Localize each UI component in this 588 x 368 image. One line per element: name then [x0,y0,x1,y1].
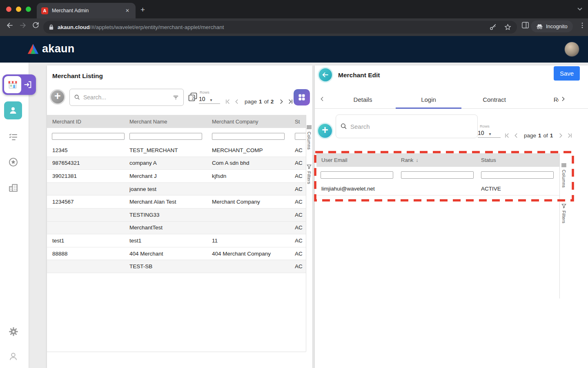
maximize-window-button[interactable] [26,7,31,12]
page-current: 1 [538,132,541,139]
tabs-scroll-right-icon[interactable] [560,96,566,102]
tab-returns[interactable]: Retu [527,90,559,109]
url-bar[interactable]: akaun.cloud /#/applets/wavelet/erp/entit… [43,21,517,34]
plus-icon: + [54,91,61,102]
editor-pagination: page 1 of 1 [503,132,573,139]
sidebar-item-list[interactable] [8,132,18,142]
cell-company: 11 [212,238,295,244]
listing-search-input[interactable] [83,94,169,101]
col-merchant-id[interactable]: Merchant ID [47,119,129,125]
pages-stack-icon[interactable]: 2 [188,92,198,102]
window-controls[interactable] [6,7,31,12]
table-row[interactable]: 12345TEST_MERCHANTMERCHANT_COMPAC [47,144,306,157]
browser-menu-icon[interactable] [579,22,586,29]
table-row[interactable]: 88888404 Merchant404 Merchant CompanyAC [47,247,306,260]
tab-contract[interactable]: Contract [461,90,527,109]
cell-status: ACTIVE [481,186,555,192]
page-word: page [245,99,257,105]
listing-search-box[interactable] [69,89,184,106]
table-bottom-border [47,352,306,352]
table-row[interactable]: 987654321company ACom A sdn bhdAC [47,157,306,170]
user-avatar[interactable] [564,42,579,57]
table-row[interactable]: joanne testAC [47,183,306,196]
filter-merchant-id-input[interactable] [52,133,125,140]
filter-merchant-company-input[interactable] [212,133,285,140]
col-user-email[interactable]: User Email [316,157,401,163]
last-page-icon[interactable] [566,132,573,139]
app-header: akaun [0,36,588,63]
sidebar-item-company[interactable] [8,183,18,193]
col-merchant-name[interactable]: Merchant Name [129,119,212,125]
col-status[interactable]: St [295,119,306,125]
bookmark-star-icon[interactable] [504,23,512,31]
editor-search-box[interactable] [336,114,478,138]
tab-details[interactable]: Details [330,90,396,109]
table-row[interactable]: 1234567Merchant Alan TestMerchant Compan… [47,195,306,209]
filter-rank-input[interactable] [401,171,474,179]
cell-company: MERCHANT_COMP [212,147,295,153]
filter-list-icon[interactable] [172,94,179,101]
columns-side-tab[interactable]: Columns [306,125,312,150]
first-page-icon[interactable] [503,132,510,139]
enter-applet-icon[interactable] [23,80,32,89]
sidebar-item-profile[interactable] [8,351,18,361]
sidebar-item-store-flyout[interactable] [2,74,36,95]
minimize-window-button[interactable] [16,7,21,12]
tabs-scroll-left-icon[interactable] [319,96,325,102]
prev-page-icon[interactable] [513,132,520,139]
table-row[interactable]: TESTING33AC [47,209,306,222]
rows-per-page-select[interactable]: 10 ▾ [478,130,501,138]
filter-user-email-input[interactable] [321,171,393,179]
reload-icon[interactable] [32,21,40,29]
add-merchant-button[interactable]: + [50,89,65,105]
akaun-logo[interactable]: akaun [27,43,75,55]
browser-tab[interactable]: A Merchant Admin ✕ [37,3,136,18]
arrow-left-icon [321,71,330,79]
filter-status-input[interactable] [481,171,554,179]
col-status[interactable]: Status [481,157,555,163]
table-row[interactable]: MerchantTestAC [47,222,306,235]
sidebar-item-settings[interactable] [8,326,19,337]
cell-status: AC [295,173,306,179]
prev-page-icon[interactable] [234,98,241,105]
tab-search-chevron-icon[interactable] [577,7,583,11]
last-page-icon[interactable] [287,98,294,105]
table-row[interactable]: 39021381Merchant JkjfsdnAC [47,170,306,183]
sidebar-item-entity-active[interactable] [4,101,22,119]
side-panel-icon[interactable] [521,22,529,29]
close-window-button[interactable] [6,7,11,12]
rows-per-page-select[interactable]: 10 ▾ [199,96,220,104]
editor-search-input[interactable] [350,123,473,130]
col-rank[interactable]: Rank↓ [401,157,481,163]
add-login-button[interactable]: + [317,123,333,139]
cell-company: kjfsdn [212,173,295,179]
filters-side-tab[interactable]: Filters [561,204,567,223]
table-row[interactable]: test1test111AC [47,234,306,247]
password-key-icon[interactable] [489,23,497,31]
save-button[interactable]: Save [554,66,580,81]
sidebar-item-star[interactable] [8,157,18,167]
cell-company: 404 Merchant Company [212,251,295,257]
filters-side-tab[interactable]: Filters [306,164,312,184]
new-tab-button[interactable]: + [140,5,145,14]
next-page-icon[interactable] [278,98,285,105]
filter-merchant-name-input[interactable] [129,133,202,140]
next-page-icon[interactable] [557,132,564,139]
table-row[interactable]: TEST-SBAC [47,260,306,273]
apps-grid-button[interactable] [294,89,310,105]
cell-id: 12345 [47,147,129,153]
storefront-icon[interactable] [4,76,21,93]
back-icon[interactable] [6,21,14,29]
rows-label: Rows [200,90,209,94]
tab-login[interactable]: Login [396,90,461,109]
back-button[interactable] [318,67,333,83]
columns-side-tab[interactable]: Columns [561,163,567,188]
tab-close-icon[interactable]: ✕ [124,7,131,14]
table-right-divider [306,115,306,352]
forward-icon[interactable] [19,21,27,29]
filter-status-input[interactable] [295,133,306,140]
cell-name: TESTING33 [129,212,212,218]
col-merchant-company[interactable]: Merchant Company [212,119,295,125]
first-page-icon[interactable] [224,98,231,105]
table-row[interactable]: limjiahui@wavelet.net ACTIVE [316,182,559,195]
